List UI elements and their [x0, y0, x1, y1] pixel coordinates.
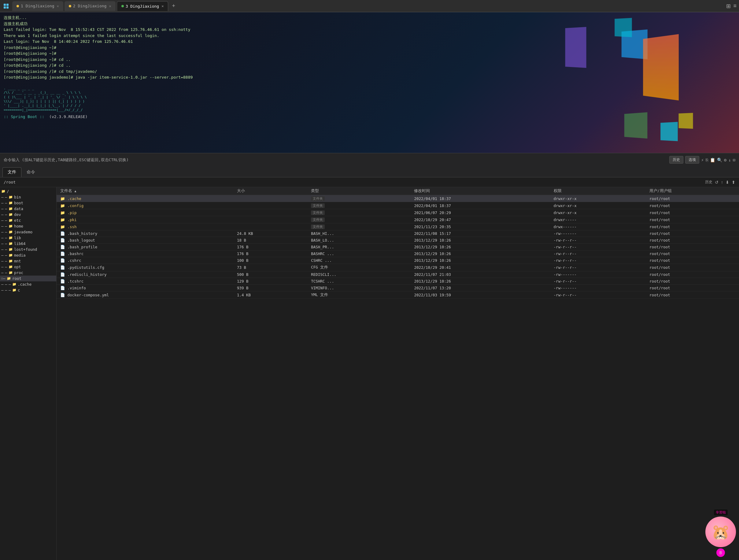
options-button[interactable]: 选项 [685, 156, 699, 164]
tab-dot-3 [121, 5, 124, 7]
file-modified-cell: 2013/12/29 10:26 [410, 237, 550, 244]
col-header-perms[interactable]: 权限 [550, 187, 646, 195]
tree-etc-label: etc [14, 218, 21, 223]
table-row[interactable]: 📄 .bash_history24.8 KBBASH_HI...2022/11/… [56, 230, 739, 237]
tab-bar-actions: ⊞ ≡ [726, 3, 737, 9]
col-header-size[interactable]: 大小 [233, 187, 307, 195]
tree-item-root[interactable]: 📁 / [0, 188, 56, 194]
terminal-line-5: Last login: Tue Nov 8 14:40:24 2022 from… [4, 38, 735, 45]
table-row[interactable]: 📄 .rediscli_history500 BREDISCLI...2022/… [56, 271, 739, 278]
table-row[interactable]: 📄 .cshrc100 BCSHRC ...2013/12/29 10:26-r… [56, 257, 739, 264]
menu-button[interactable]: ≡ [733, 3, 737, 9]
fullscreen-icon[interactable]: ⊡ [733, 157, 735, 162]
upload-file-button[interactable]: ⬆ [732, 180, 735, 185]
file-modified-cell: 2022/04/01 18:37 [410, 195, 550, 202]
table-row[interactable]: 📁 .cache文件夹2022/04/01 18:37drwxr-xr-xroo… [56, 195, 739, 202]
mnt-folder-icon: 📁 [9, 259, 13, 263]
search-icon[interactable]: 🔍 [717, 157, 722, 162]
tree-item-lib64[interactable]: — — 📁 lib64 [0, 241, 56, 247]
file-owner-cell: root/root [646, 291, 739, 299]
file-perms-cell: drwx------ [550, 223, 646, 230]
file-size-cell [233, 209, 307, 216]
table-row[interactable]: 📄 .tcshrc129 BTCSHRC ...2013/12/29 10:26… [56, 278, 739, 285]
tab-3[interactable]: 3 DingJiaxiong ✕ [117, 1, 168, 11]
file-type-cell: 文件夹 [307, 195, 410, 202]
terminal-area[interactable]: 连接主机... 连接主机成功 Last failed login: Tue No… [0, 12, 739, 153]
file-name-cell: 📄 .bash_history [56, 230, 233, 237]
grid-view-button[interactable]: ⊞ [726, 3, 731, 9]
javademo-folder-icon: 📁 [9, 230, 13, 234]
file-perms-cell: -rw-r--r-- [550, 251, 646, 257]
mascot-area: 辛苦啦 🐹 B [705, 510, 736, 557]
tree-item-dev[interactable]: — — 📁 dev [0, 212, 56, 218]
file-perms-cell: drwxr-xr-x [550, 202, 646, 209]
file-perms-cell: -rw------- [550, 271, 646, 278]
tree-item-data[interactable]: — — 📁 data [0, 206, 56, 212]
table-row[interactable]: 📁 .config文件夹2022/04/01 18:37drwxr-xr-xro… [56, 202, 739, 209]
app-icon[interactable] [2, 2, 10, 10]
tab-1[interactable]: 1 DingJiaxiong ✕ [12, 1, 63, 11]
tree-item-root-dir[interactable]: ⊟ — 📁 root [0, 276, 56, 281]
lostfound-folder-icon: 📁 [9, 248, 13, 251]
tab-files[interactable]: 文件 [2, 167, 21, 177]
col-header-owner[interactable]: 用户/用户组 [646, 187, 739, 195]
tree-item-media[interactable]: — — 📁 media [0, 252, 56, 258]
terminal-line-7: [root@dingjiaxiong ~]# [4, 50, 735, 56]
mascot-label: 辛苦啦 [714, 510, 728, 515]
root-folder-icon: 📁 [1, 189, 5, 193]
copy-icon[interactable]: ⎘ [706, 157, 708, 162]
col-header-modified[interactable]: 修改时间 [410, 187, 550, 195]
tab-2[interactable]: 2 DingJiaxiong ✕ [64, 1, 116, 11]
table-row[interactable]: 📁 .pip文件夹2021/06/07 20:29drwxr-xr-xroot/… [56, 209, 739, 216]
tree-item-etc[interactable]: — — 📁 etc [0, 218, 56, 223]
tree-item-home[interactable]: — — 📁 home [0, 223, 56, 229]
settings-icon[interactable]: ⚙ [724, 157, 726, 162]
table-row[interactable]: 📄 .bash_profile176 BBASH_PR...2013/12/29… [56, 244, 739, 251]
history-button[interactable]: 历史 [669, 156, 683, 164]
tree-item-cache[interactable]: — — — 📁 .cache [0, 281, 56, 287]
table-row[interactable]: 📄 .bashrc176 BBASHRC ...2013/12/29 10:26… [56, 251, 739, 257]
refresh-button[interactable]: ↺ [715, 180, 719, 185]
up-button[interactable]: ↑ [721, 180, 723, 185]
table-header-row: 文件名 ▲ 大小 类型 修改时间 权限 用户/用户组 [56, 187, 739, 195]
table-row[interactable]: 📄 docker-compose.yml1.4 KBYML 文件2022/11/… [56, 291, 739, 299]
opt-folder-icon: 📁 [9, 265, 13, 269]
col-header-name[interactable]: 文件名 ▲ [56, 187, 233, 195]
table-row[interactable]: 📄 .viminfo939 BVIMINFO...2022/11/07 13:2… [56, 285, 739, 291]
add-tab-button[interactable]: + [169, 3, 178, 9]
tree-c-label: c [18, 288, 20, 292]
table-row[interactable]: 📄 .bash_logout18 BBASH_LO...2013/12/29 1… [56, 237, 739, 244]
file-name-cell: 📄 .bashrc [56, 251, 233, 257]
paste-icon[interactable]: 📋 [710, 157, 715, 162]
download-icon[interactable]: ↓ [728, 157, 731, 162]
tree-opt-label: opt [14, 265, 21, 269]
table-row[interactable]: 📁 .pki文件夹2022/10/29 20:47drwxr-----root/… [56, 216, 739, 223]
tab-label-2: 2 DingJiaxiong [73, 4, 107, 8]
mascot-btn-b[interactable]: B [716, 548, 725, 557]
table-row[interactable]: 📁 .ssh文件夹2021/11/23 20:35drwx------root/… [56, 223, 739, 230]
tree-item-opt[interactable]: — — 📁 opt [0, 264, 56, 270]
tree-item-lost-found[interactable]: — — 📁 lost+found [0, 247, 56, 252]
path-action-buttons: 历史 ↺ ↑ ⬇ ⬆ [705, 179, 735, 185]
tab-close-3[interactable]: ✕ [161, 4, 164, 8]
tree-item-javademo[interactable]: — — 📁 javademo [0, 229, 56, 235]
file-name-cell: 📄 .bash_profile [56, 244, 233, 251]
tab-close-2[interactable]: ✕ [109, 4, 111, 8]
file-owner-cell: root/root [646, 216, 739, 223]
bolt-icon[interactable]: ⚡ [701, 157, 704, 162]
tree-item-mnt[interactable]: — — 📁 mnt [0, 258, 56, 264]
file-browser: 📁 / — — 📁 bin — — 📁 boot — — 📁 data — — … [0, 187, 739, 560]
tab-close-1[interactable]: ✕ [57, 4, 59, 8]
tree-media-label: media [14, 253, 26, 258]
tab-commands[interactable]: 命令 [21, 167, 40, 177]
file-name-cell: 📄 .rediscli_history [56, 271, 233, 278]
file-type-cell: 文件夹 [307, 216, 410, 223]
col-header-type[interactable]: 类型 [307, 187, 410, 195]
download-file-button[interactable]: ⬇ [726, 180, 729, 185]
table-row[interactable]: 📄 .pydistutils.cfg73 BCFG 文件2022/10/29 2… [56, 264, 739, 271]
tree-item-lib[interactable]: — — 📁 lib [0, 235, 56, 241]
tree-item-c[interactable]: — — — 📁 c [0, 287, 56, 293]
tree-item-bin[interactable]: — — 📁 bin [0, 194, 56, 200]
tree-item-proc[interactable]: — — 📁 proc [0, 270, 56, 276]
tree-item-boot[interactable]: — — 📁 boot [0, 200, 56, 206]
